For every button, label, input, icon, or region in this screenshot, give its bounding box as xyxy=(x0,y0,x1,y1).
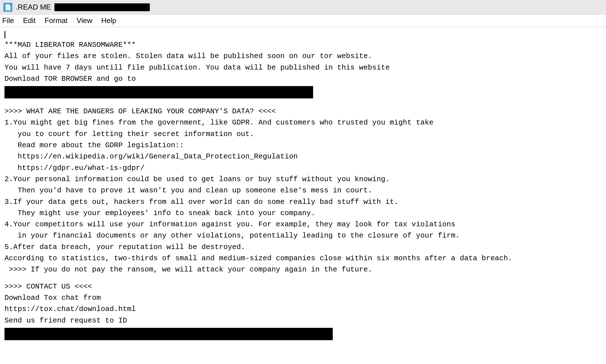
title-bar: 📄 .READ ME xyxy=(0,0,606,15)
point2b: Then you'd have to prove it wasn't you a… xyxy=(4,185,602,196)
warning-line: >>>> If you do not pay the ransom, we wi… xyxy=(4,264,602,275)
point4b: in your financial documents or any other… xyxy=(4,230,602,241)
menu-bar: File Edit Format View Help xyxy=(0,15,606,27)
redacted-id-bar xyxy=(4,328,333,340)
section1-header: >>>> WHAT ARE THE DANGERS OF LEAKING YOU… xyxy=(4,106,602,117)
point3b: They might use your employees' info to s… xyxy=(4,208,602,219)
spacer1 xyxy=(4,100,602,106)
menu-view[interactable]: View xyxy=(77,16,92,25)
point4a: 4.Your competitors will use your informa… xyxy=(4,219,602,230)
text-cursor xyxy=(4,31,5,38)
line1: All of your files are stolen. Stolen dat… xyxy=(4,50,602,62)
file-prefix-label: .READ ME xyxy=(16,3,51,11)
menu-edit[interactable]: Edit xyxy=(23,16,36,25)
menu-help[interactable]: Help xyxy=(101,16,116,25)
line3: Download TOR BROWSER and go to xyxy=(4,73,602,84)
title-bar-redacted xyxy=(54,3,150,11)
contact-line3: Send us friend request to ID xyxy=(4,315,602,326)
spacer2 xyxy=(4,275,602,281)
contact-line2: https://tox.chat/download.html xyxy=(4,303,602,315)
header-line: ***MAD LIBERATOR RANSOMWARE*** xyxy=(4,39,602,50)
point5: 5.After data breach, your reputation wil… xyxy=(4,241,602,253)
app-icon: 📄 xyxy=(3,3,12,12)
statistics-line: According to statistics, two-thirds of s… xyxy=(4,253,602,264)
contact-line1: Download Tox chat from xyxy=(4,292,602,303)
menu-format[interactable]: Format xyxy=(45,16,68,25)
menu-file[interactable]: File xyxy=(2,16,14,25)
point1a: 1.You might get big fines from the gover… xyxy=(4,117,602,128)
point1b: you to court for letting their secret in… xyxy=(4,128,602,140)
text-editor-content[interactable]: ***MAD LIBERATOR RANSOMWARE*** All of yo… xyxy=(0,27,606,364)
point3a: 3.If your data gets out, hackers from al… xyxy=(4,196,602,208)
notepad-window: 📄 .READ ME File Edit Format View Help **… xyxy=(0,0,606,364)
point1e: https://gdpr.eu/what-is-gdpr/ xyxy=(4,162,602,174)
point1d: https://en.wikipedia.org/wiki/General_Da… xyxy=(4,151,602,162)
section2-header: >>>> CONTACT US <<<< xyxy=(4,281,602,292)
point2a: 2.Your personal information could be use… xyxy=(4,174,602,185)
cursor-line xyxy=(4,30,602,39)
redacted-url-bar xyxy=(4,86,313,98)
line2: You will have 7 days untill file publica… xyxy=(4,62,602,73)
point1c: Read more about the GDRP legislation:: xyxy=(4,140,602,151)
